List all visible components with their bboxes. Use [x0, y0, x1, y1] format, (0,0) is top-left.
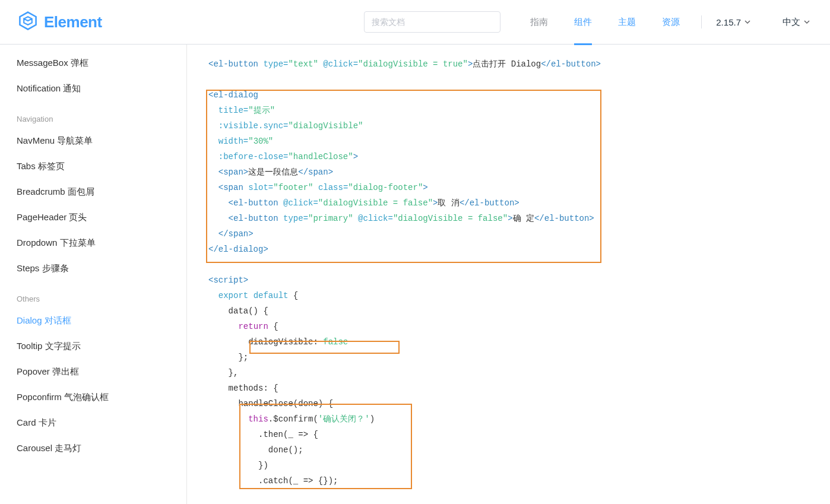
- sidebar-item-messagebox[interactable]: MessageBox 弹框: [17, 50, 186, 76]
- sidebar-group-navigation: Navigation: [17, 102, 186, 128]
- sidebar-item-tabs[interactable]: Tabs 标签页: [17, 154, 186, 179]
- sidebar-item-navmenu[interactable]: NavMenu 导航菜单: [17, 128, 186, 154]
- sidebar-item-dropdown[interactable]: Dropdown 下拉菜单: [17, 230, 186, 256]
- lang-label: 中文: [783, 17, 800, 28]
- header: Element 指南 组件 主题 资源 2.15.7 中文: [0, 0, 830, 45]
- logo-icon: [18, 11, 38, 33]
- search-input[interactable]: [364, 11, 500, 33]
- nav-resource[interactable]: 资源: [649, 0, 693, 45]
- nav-theme[interactable]: 主题: [605, 0, 649, 45]
- content: <el-button type="text" @click="dialogVis…: [187, 45, 830, 504]
- logo[interactable]: Element: [18, 11, 102, 33]
- sidebar-group-others: Others: [17, 281, 186, 308]
- chevron-down-icon: [804, 19, 810, 25]
- sidebar-item-card[interactable]: Card 卡片: [17, 410, 186, 436]
- lang-select[interactable]: 中文: [777, 17, 816, 28]
- sidebar-item-popover[interactable]: Popover 弹出框: [17, 359, 186, 385]
- code-block: <el-button type="text" @click="dialogVis…: [208, 56, 830, 489]
- nav-component[interactable]: 组件: [561, 0, 605, 45]
- sidebar-item-dialog[interactable]: Dialog 对话框: [17, 308, 186, 334]
- main: MessageBox 弹框 Notification 通知 Navigation…: [0, 45, 830, 504]
- version-select[interactable]: 2.15.7: [710, 17, 756, 27]
- sidebar-item-tooltip[interactable]: Tooltip 文字提示: [17, 334, 186, 359]
- sidebar: MessageBox 弹框 Notification 通知 Navigation…: [0, 45, 187, 504]
- sidebar-item-breadcrumb[interactable]: Breadcrumb 面包屑: [17, 179, 186, 205]
- sidebar-item-pageheader[interactable]: PageHeader 页头: [17, 205, 186, 230]
- sidebar-item-popconfirm[interactable]: Popconfirm 气泡确认框: [17, 385, 186, 410]
- sidebar-item-carousel[interactable]: Carousel 走马灯: [17, 436, 186, 461]
- top-nav: 指南 组件 主题 资源 2.15.7 中文: [517, 0, 816, 44]
- chevron-down-icon: [745, 19, 750, 25]
- sidebar-item-steps[interactable]: Steps 步骤条: [17, 256, 186, 281]
- version-label: 2.15.7: [716, 17, 741, 27]
- sidebar-item-notification[interactable]: Notification 通知: [17, 76, 186, 102]
- divider: [701, 15, 702, 28]
- logo-text: Element: [44, 13, 102, 31]
- search-wrap: [364, 11, 500, 33]
- nav-guide[interactable]: 指南: [517, 0, 561, 45]
